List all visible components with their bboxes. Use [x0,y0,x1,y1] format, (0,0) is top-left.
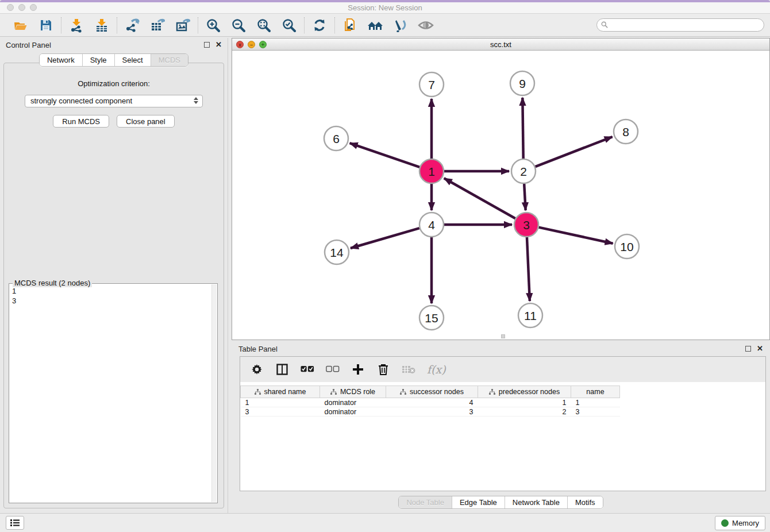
network-canvas[interactable]: 7968124314101511 [232,51,769,340]
table-settings-button[interactable] [250,363,264,376]
task-history-button[interactable] [6,516,24,530]
tab-network[interactable]: Network [40,54,83,66]
checked-boxes-icon [301,365,314,373]
mcds-result-text: 1 3 [10,284,211,502]
network-frame-titlebar[interactable]: x – + scc.txt [232,38,769,51]
window-controls[interactable] [7,4,37,11]
column-header-successor-nodes[interactable]: successor nodes [386,386,478,398]
criterion-select[interactable]: strongly connected component [25,95,203,107]
tab-style[interactable]: Style [83,54,115,66]
edge-1-6[interactable] [350,143,420,167]
table-row[interactable]: 1dominator411 [241,398,620,407]
column-header-shared-name[interactable]: shared name [241,386,320,398]
clone-network-button[interactable] [342,17,358,33]
memory-button[interactable]: Memory [715,516,765,530]
zoom-selected-button[interactable] [281,17,297,33]
export-network-icon [125,18,140,33]
close-panel-button[interactable]: Close panel [117,115,175,128]
node-label-8: 8 [622,125,629,138]
delete-table-button[interactable] [402,363,415,376]
node-label-15: 15 [425,311,438,325]
node-label-2: 2 [520,165,527,178]
edge-2-9[interactable] [522,98,523,159]
tab-edge-table[interactable]: Edge Table [452,496,505,508]
node-label-4: 4 [428,218,435,232]
table-toolbar: f(x) [240,357,765,382]
table-row[interactable]: 3dominator323 [241,407,620,417]
zoom-out-button[interactable] [230,17,247,33]
export-table-button[interactable] [149,17,165,33]
close-table-panel-icon[interactable]: ✕ [757,346,763,352]
node-table-container: f(x) shared nameMCDS rolesuccessor nodes… [240,356,766,491]
export-network-button[interactable] [124,17,140,33]
apply-style-button[interactable] [392,17,409,33]
control-panel-title: Control Panel [6,41,51,49]
clone-network-icon [342,18,357,33]
mcds-tab-content: Optimization criterion: strongly connect… [3,63,224,508]
edge-4-14[interactable] [351,228,419,248]
window-titlebar: Session: New Session [0,2,770,14]
column-type-icon [330,389,337,395]
tab-network-table[interactable]: Network Table [505,496,568,508]
zoom-fit-button[interactable] [256,17,272,33]
float-panel-icon[interactable] [204,42,210,48]
fx-icon: f(x) [427,363,446,376]
control-panel: Control Panel ✕ NetworkStyleSelectMCDS O… [0,38,228,513]
edge-2-8[interactable] [536,137,613,167]
tab-mcds[interactable]: MCDS [151,54,188,66]
float-table-panel-icon[interactable] [745,346,751,352]
control-panel-tabs: NetworkStyleSelectMCDS [39,53,188,67]
select-all-button[interactable] [301,363,314,376]
zoom-in-icon [206,18,221,33]
frame-minimize-icon[interactable]: – [248,41,255,48]
node-label-14: 14 [330,246,344,259]
close-window-icon[interactable] [7,4,14,11]
tab-node-table[interactable]: Node Table [399,496,452,508]
canvas-resize-handle[interactable] [501,334,505,338]
open-session-button[interactable] [13,17,29,33]
frame-maximize-icon[interactable]: + [259,41,267,48]
refresh-button[interactable] [311,17,328,33]
import-table-icon [94,18,109,33]
result-scrollbar[interactable] [211,284,217,502]
import-network-button[interactable] [68,17,84,33]
function-builder-button[interactable]: f(x) [427,363,446,376]
edge-2-3[interactable] [524,184,525,210]
deselect-all-button[interactable] [326,363,340,376]
import-table-button[interactable] [94,17,110,33]
network-graph[interactable]: 7968124314101511 [232,51,769,340]
column-type-icon [489,389,495,395]
tab-motifs[interactable]: Motifs [568,496,603,508]
search-icon [601,21,608,28]
toggle-panel-layout-button[interactable] [275,363,289,376]
zoom-fit-icon [256,18,271,33]
search-input[interactable] [596,18,764,32]
show-hide-button[interactable] [418,17,434,33]
minimize-window-icon[interactable] [18,4,25,11]
memory-label: Memory [732,519,759,527]
edge-3-10[interactable] [538,228,613,244]
export-image-button[interactable] [175,17,191,33]
zoom-window-icon[interactable] [30,4,37,11]
run-mcds-button[interactable]: Run MCDS [53,115,109,128]
close-panel-icon[interactable]: ✕ [215,42,222,48]
add-column-button[interactable] [351,363,365,376]
zoom-in-button[interactable] [205,17,221,33]
home-button[interactable] [367,17,383,33]
eye-icon [418,18,434,33]
tab-select[interactable]: Select [115,54,151,66]
export-image-icon [175,18,190,33]
edge-3-1[interactable] [444,178,515,218]
frame-close-icon[interactable]: x [236,41,244,48]
column-header-predecessor-nodes[interactable]: predecessor nodes [478,386,571,398]
node-label-11: 11 [524,309,537,322]
save-session-button[interactable] [38,17,54,33]
delete-column-button[interactable] [376,363,390,376]
edge-3-11[interactable] [527,237,530,301]
delete-table-icon [402,365,415,374]
column-header-MCDS-role[interactable]: MCDS role [320,386,386,398]
column-header-name[interactable]: name [571,386,620,398]
plus-icon [352,363,364,376]
memory-status-icon [721,519,729,527]
main-area: Control Panel ✕ NetworkStyleSelectMCDS O… [0,37,770,513]
